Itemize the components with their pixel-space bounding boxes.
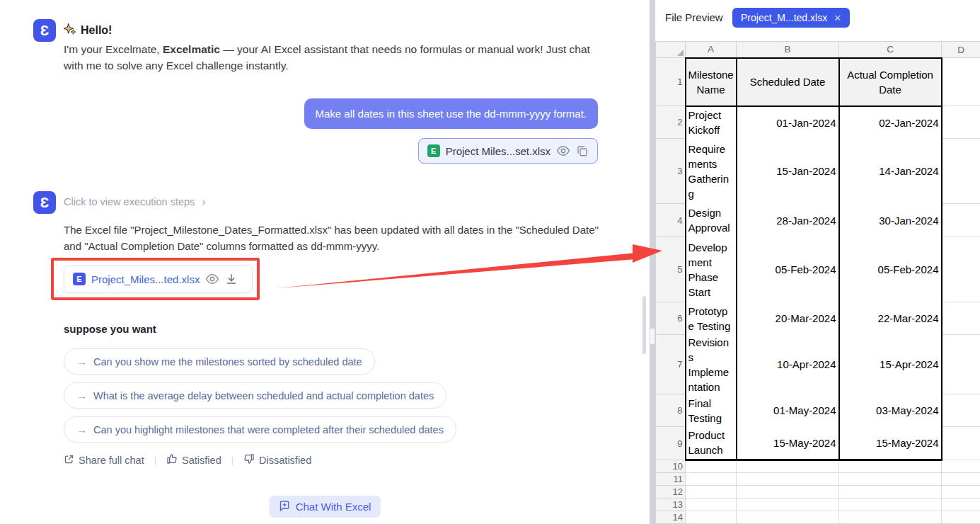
row-header-14[interactable]: 14 [656,511,686,524]
cell-B1[interactable]: Scheduled Date [737,58,839,106]
sheet-row-5: 5Development Phase Start05-Feb-202405-Fe… [656,237,980,302]
row-header-5[interactable]: 5 [656,237,686,302]
cell-C7[interactable]: 15-Apr-2024 [839,335,942,394]
cell-D9[interactable] [942,427,980,460]
close-icon[interactable]: ✕ [834,13,841,23]
cell-D8[interactable] [942,394,980,427]
chat-with-excel-button[interactable]: Chat With Excel [270,496,381,518]
cell-A8[interactable]: Final Testing [686,394,737,427]
cell-B12[interactable] [737,486,839,499]
cell-C3[interactable]: 14-Jan-2024 [839,139,942,204]
cell-A9[interactable]: Product Launch [686,427,737,460]
row-header-3[interactable]: 3 [656,139,686,204]
cell-D6[interactable] [942,302,980,335]
sheet-row-1: 1Milestone NameScheduled DateActual Comp… [656,58,980,106]
cell-C12[interactable] [839,486,942,499]
cell-D2[interactable] [942,106,980,139]
suggestion-pill[interactable]: → Can you highlight milestones that were… [64,416,456,443]
cell-A6[interactable]: Prototype Testing [686,302,737,335]
cell-A5[interactable]: Development Phase Start [686,237,737,302]
cell-A3[interactable]: Requirements Gathering [686,139,737,204]
cell-A7[interactable]: Revisions Implementation [686,335,737,394]
cell-B5[interactable]: 05-Feb-2024 [737,237,839,302]
panel-resize-divider[interactable] [650,0,655,524]
copy-icon[interactable] [576,144,589,157]
row-header-9[interactable]: 9 [656,427,686,460]
row-header-11[interactable]: 11 [656,473,686,486]
cell-A10[interactable] [686,460,737,473]
cell-A2[interactable]: Project Kickoff [686,106,737,139]
cell-C11[interactable] [839,473,942,486]
column-header-C[interactable]: C [839,42,942,58]
cell-D11[interactable] [942,473,980,486]
cell-B3[interactable]: 15-Jan-2024 [737,139,839,204]
user-attachment-card[interactable]: E Project Miles...set.xlsx [418,138,598,164]
cell-A11[interactable] [686,473,737,486]
suggestion-pill[interactable]: → What is the average delay between sche… [64,382,446,409]
row-header-13[interactable]: 13 [656,499,686,511]
cell-C13[interactable] [839,499,942,511]
row-header-12[interactable]: 12 [656,486,686,499]
cell-A14[interactable] [686,511,737,524]
execution-steps-toggle[interactable]: Click to view execution steps › [64,195,205,207]
cell-C2[interactable]: 02-Jan-2024 [839,106,942,139]
cell-D1[interactable] [942,58,980,106]
select-all-corner[interactable] [656,42,686,58]
cell-D14[interactable] [942,511,980,524]
row-header-10[interactable]: 10 [656,460,686,473]
row-header-1[interactable]: 1 [656,58,686,106]
cell-D5[interactable] [942,237,980,302]
cell-A12[interactable] [686,486,737,499]
cell-B6[interactable]: 20-Mar-2024 [737,302,839,335]
cell-B9[interactable]: 15-May-2024 [737,427,839,460]
sparkles-icon [64,23,76,38]
divider-drag-handle[interactable] [650,329,655,344]
row-header-6[interactable]: 6 [656,302,686,335]
preview-file-tab[interactable]: Project_M...ted.xlsx ✕ [732,8,850,28]
suggestion-pill[interactable]: → Can you show me the milestones sorted … [64,348,375,375]
cell-A4[interactable]: Design Approval [686,204,737,237]
cell-D4[interactable] [942,204,980,237]
cell-B11[interactable] [737,473,839,486]
result-file-card[interactable]: E Project_Miles...ted.xlsx [64,265,253,293]
column-header-A[interactable]: A [686,42,737,58]
row-header-4[interactable]: 4 [656,204,686,237]
cell-D10[interactable] [942,460,980,473]
cell-C5[interactable]: 05-Feb-2024 [839,237,942,302]
share-chat-button[interactable]: Share full chat [64,454,144,467]
row-header-8[interactable]: 8 [656,394,686,427]
satisfied-button[interactable]: Satisfied [166,453,221,467]
eye-icon[interactable] [205,272,219,286]
cell-B10[interactable] [737,460,839,473]
cell-A13[interactable] [686,499,737,511]
row-header-2[interactable]: 2 [656,106,686,139]
result-filename-link[interactable]: Project_Miles...ted.xlsx [91,273,200,285]
cell-B7[interactable]: 10-Apr-2024 [737,335,839,394]
cell-C4[interactable]: 30-Jan-2024 [839,204,942,237]
eye-icon[interactable] [556,144,570,158]
cell-C1[interactable]: Actual Completion Date [839,58,942,106]
column-header-D[interactable]: D [942,42,980,58]
dissatisfied-button[interactable]: Dissatisfied [243,453,311,467]
cell-B8[interactable]: 01-May-2024 [737,394,839,427]
cell-B13[interactable] [737,499,839,511]
download-icon[interactable] [225,273,238,285]
cell-B14[interactable] [737,511,839,524]
row-header-7[interactable]: 7 [656,335,686,394]
cell-B2[interactable]: 01-Jan-2024 [737,106,839,139]
cell-B4[interactable]: 28-Jan-2024 [737,204,839,237]
column-header-B[interactable]: B [737,42,839,58]
cell-D12[interactable] [942,486,980,499]
cell-A1[interactable]: Milestone Name [686,58,737,106]
preview-header: File Preview Project_M...ted.xlsx ✕ [655,0,980,37]
cell-D3[interactable] [942,139,980,204]
cell-C8[interactable]: 03-May-2024 [839,394,942,427]
cell-D13[interactable] [942,499,980,511]
cell-C6[interactable]: 22-Mar-2024 [839,302,942,335]
cell-C14[interactable] [839,511,942,524]
cell-C10[interactable] [839,460,942,473]
arrow-right-icon: → [76,423,87,435]
cell-C9[interactable]: 15-May-2024 [839,427,942,460]
cell-D7[interactable] [942,335,980,394]
chat-scrollbar-thumb[interactable] [642,296,646,354]
